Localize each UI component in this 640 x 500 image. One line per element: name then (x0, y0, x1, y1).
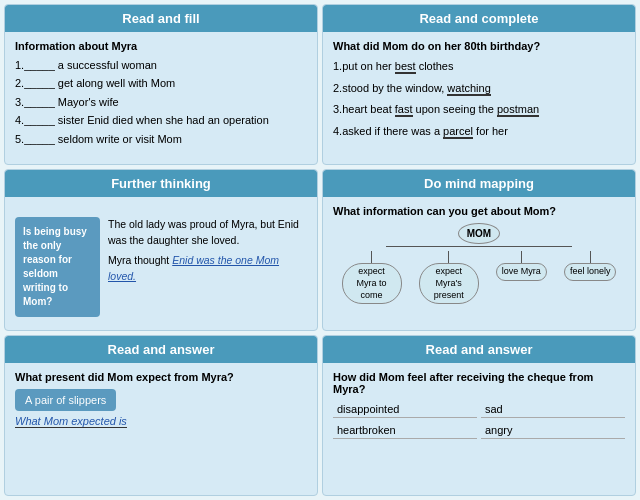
word-parcel: parcel (443, 125, 473, 139)
card3-header: Further thinking (5, 170, 317, 197)
card4-header: Do mind mapping (323, 170, 635, 197)
branch-node: feel lonely (564, 263, 617, 281)
list-item: 1._____ a successful woman (15, 58, 307, 73)
thinking-para2: Myra thought Enid was the one Mom loved. (108, 253, 307, 285)
card5-body: What present did Mom expect from Myra? A… (5, 363, 317, 495)
card4-body: What information can you get about Mom? … (323, 197, 635, 329)
blue-question-box: Is being busy the only reason for seldom… (15, 217, 100, 317)
answer-line-2: 2.stood by the window, watching (333, 80, 625, 97)
card2-header: Read and complete (323, 5, 635, 32)
word-fast: fast (395, 103, 413, 117)
card5-header: Read and answer (5, 336, 317, 363)
option-3: heartbroken (333, 422, 477, 439)
option-2: sad (481, 401, 625, 418)
card-read-answer-left: Read and answer What present did Mom exp… (4, 335, 318, 496)
mom-node: MOM (458, 223, 500, 244)
answer-line-3: 3.heart beat fast upon seeing the postma… (333, 101, 625, 118)
card6-question: How did Mom feel after receiving the che… (333, 371, 625, 395)
card1-body: Information about Myra 1._____ a success… (5, 32, 317, 164)
card1-title: Information about Myra (15, 40, 307, 52)
branch-line (371, 251, 372, 263)
word-postman: postman (497, 103, 539, 117)
branch-node: expect Myra to come (342, 263, 402, 304)
card6-options: disappointed sad heartbroken angry (333, 401, 625, 439)
word-watching: watching (447, 82, 490, 96)
list-item: 2._____ get along well with Mom (15, 76, 307, 91)
answer-line-4: 4.asked if there was a parcel for her (333, 123, 625, 140)
branch-2: expect Myra's present (419, 251, 479, 304)
branch-node: expect Myra's present (419, 263, 479, 304)
card-read-complete: Read and complete What did Mom do on her… (322, 4, 636, 165)
thinking-prefix: Myra thought (108, 254, 169, 266)
list-item: 4._____ sister Enid died when she had an… (15, 113, 307, 128)
card-further-thinking: Further thinking Is being busy the only … (4, 169, 318, 330)
card-mind-mapping: Do mind mapping What information can you… (322, 169, 636, 330)
card1-header: Read and fill (5, 5, 317, 32)
card5-sub-answer: What Mom expected is (15, 415, 127, 428)
card-read-answer-right: Read and answer How did Mom feel after r… (322, 335, 636, 496)
branch-3: love Myra (496, 251, 547, 304)
card2-body: What did Mom do on her 80th birthday? 1.… (323, 32, 635, 164)
card-read-fill: Read and fill Information about Myra 1._… (4, 4, 318, 165)
option-4: angry (481, 422, 625, 439)
main-grid: Read and fill Information about Myra 1._… (0, 0, 640, 500)
mind-map: MOM expect Myra to come expect Myra's pr… (333, 223, 625, 304)
branch-line (521, 251, 522, 263)
card5-answer: A pair of slippers (15, 389, 116, 411)
branch-line (590, 251, 591, 263)
thinking-content: Is being busy the only reason for seldom… (15, 217, 307, 317)
thinking-para1: The old lady was proud of Myra, but Enid… (108, 217, 307, 249)
branch-node: love Myra (496, 263, 547, 281)
list-item: 3._____ Mayor's wife (15, 95, 307, 110)
card6-header: Read and answer (323, 336, 635, 363)
word-best: best (395, 60, 416, 74)
branch-line (448, 251, 449, 263)
card1-list: 1._____ a successful woman 2._____ get a… (15, 58, 307, 147)
card4-question: What information can you get about Mom? (333, 205, 625, 217)
thinking-right: The old lady was proud of Myra, but Enid… (108, 217, 307, 288)
branch-4: feel lonely (564, 251, 617, 304)
option-1: disappointed (333, 401, 477, 418)
card6-body: How did Mom feel after receiving the che… (323, 363, 635, 495)
answer-line-1: 1.put on her best clothes (333, 58, 625, 75)
branch-1: expect Myra to come (342, 251, 402, 304)
card5-question: What present did Mom expect from Myra? (15, 371, 307, 383)
card3-body: Is being busy the only reason for seldom… (5, 197, 317, 329)
mind-map-branches: expect Myra to come expect Myra's presen… (333, 251, 625, 304)
card2-question: What did Mom do on her 80th birthday? (333, 40, 625, 52)
list-item: 5._____ seldom write or visit Mom (15, 132, 307, 147)
